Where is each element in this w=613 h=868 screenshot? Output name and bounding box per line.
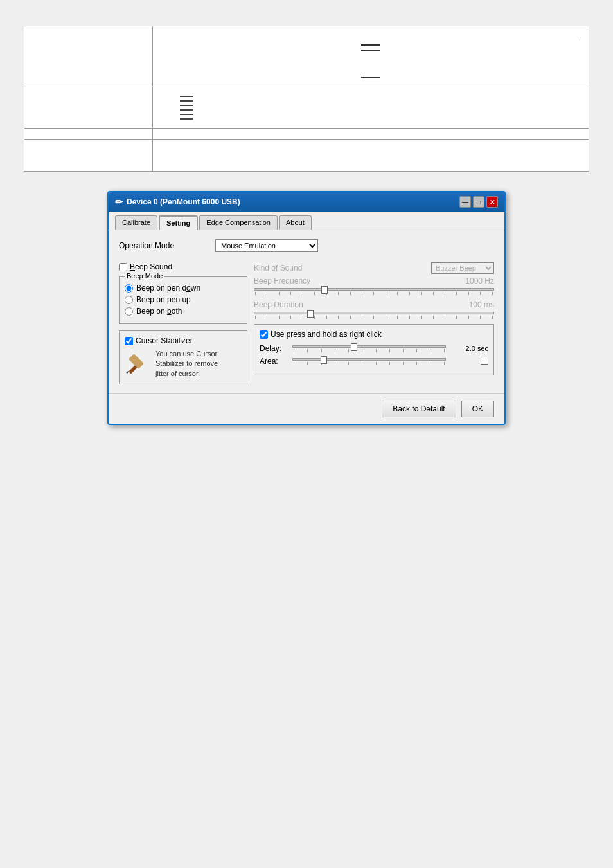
delay-slider-container: [292, 345, 446, 352]
radio-pen-up: Beep on pen up: [125, 295, 242, 304]
radio-pen-both-label: Beep on both: [136, 307, 182, 316]
radio-pen-up-input[interactable]: [125, 296, 133, 304]
beep-sound-checkbox[interactable]: [119, 263, 127, 271]
beep-frequency-slider-track: [254, 288, 494, 291]
delay-ticks: [292, 349, 446, 352]
cursor-stabilizer-section: Cursor Stabilizer You can use CursorStab…: [119, 330, 247, 384]
small-dash-2: [180, 100, 193, 102]
radio-pen-down: Beep on pen down: [125, 284, 242, 293]
beep-duration-slider-track: [254, 312, 494, 314]
area-ticks: [292, 362, 446, 365]
cursor-stabilizer-checkbox[interactable]: [125, 337, 133, 345]
radio-pen-both-input[interactable]: [125, 307, 133, 316]
dialog-title: Device 0 (PenMount 6000 USB): [127, 197, 240, 206]
delay-slider-thumb[interactable]: [351, 343, 357, 351]
cursor-stabilizer-header: Cursor Stabilizer: [125, 336, 242, 345]
small-dash-5: [180, 114, 193, 115]
dialog-tabs: Calibrate Setting Edge Compensation Abou…: [109, 212, 504, 230]
beep-frequency-row: Beep Frequency 1000 Hz: [254, 276, 494, 285]
delay-row: Delay:: [260, 344, 488, 353]
restore-button[interactable]: □: [473, 196, 484, 208]
press-hold-header: Use press and hold as right click: [260, 330, 488, 339]
delay-value: 2.0 sec: [450, 345, 488, 352]
cursor-stabilizer-body: You can use CursorStabilizer to removeji…: [125, 349, 242, 379]
minimize-button[interactable]: —: [459, 196, 471, 208]
beep-frequency-value: 1000 Hz: [465, 276, 494, 285]
dash-3: [361, 77, 380, 78]
pen-title-icon: ✏: [115, 197, 123, 207]
table-left-cell-1: [24, 26, 153, 87]
beep-duration-slider-thumb[interactable]: [307, 310, 314, 318]
beep-mode-group: Beep Mode Beep on pen down Beep on pen u…: [119, 276, 247, 324]
dash-1: [361, 44, 380, 46]
cursor-stabilizer-text: Cursor Stabilizer: [136, 336, 193, 345]
area-slider-track: [292, 358, 446, 361]
area-label: Area:: [260, 357, 289, 366]
right-column: Kind of Sound Buzzer Beep System Sound B…: [254, 262, 494, 384]
small-dash-4: [180, 109, 193, 111]
left-column: Beep Sound Beep Mode Beep on pen down Be…: [119, 262, 247, 384]
area-row: Area:: [260, 357, 488, 366]
two-column-layout: Beep Sound Beep Mode Beep on pen down Be…: [119, 262, 494, 384]
radio-pen-both: Beep on both: [125, 307, 242, 316]
cursor-stabilizer-label[interactable]: Cursor Stabilizer: [125, 336, 193, 345]
table-right-cell-3: [153, 129, 589, 140]
press-hold-checkbox[interactable]: [260, 330, 268, 339]
press-hold-section: Use press and hold as right click Delay:: [254, 324, 494, 375]
ok-button[interactable]: OK: [461, 401, 494, 417]
table-right-cell-4: [153, 140, 589, 172]
close-button[interactable]: ✕: [486, 196, 498, 208]
dash-2: [361, 50, 380, 51]
press-hold-label[interactable]: Use press and hold as right click: [260, 330, 382, 339]
back-to-default-button[interactable]: Back to Default: [382, 401, 456, 417]
beep-duration-ticks: [254, 316, 494, 319]
tab-setting[interactable]: Setting: [159, 215, 198, 230]
beep-frequency-label: Beep Frequency: [254, 276, 465, 285]
delay-slider-track: [292, 345, 446, 348]
kind-of-sound-label: Kind of Sound: [254, 264, 431, 273]
area-square-icon: [481, 357, 488, 365]
operation-mode-label: Operation Mode: [119, 241, 215, 250]
beep-frequency-slider-thumb[interactable]: [321, 286, 328, 294]
kind-of-sound-row: Kind of Sound Buzzer Beep System Sound: [254, 262, 494, 274]
tab-edge-compensation[interactable]: Edge Compensation: [199, 215, 278, 230]
beep-duration-slider-container: [254, 312, 494, 319]
kind-of-sound-select[interactable]: Buzzer Beep System Sound: [431, 262, 494, 274]
area-value: [450, 357, 488, 366]
small-dash-3: [180, 105, 193, 106]
radio-pen-up-label: Beep on pen up: [136, 295, 191, 304]
area-slider-container: [292, 358, 446, 365]
radio-pen-down-input[interactable]: [125, 284, 133, 293]
table-left-cell-2: [24, 87, 153, 129]
table-right-cell-2: [153, 87, 589, 129]
top-table: ,: [24, 26, 589, 172]
tab-about[interactable]: About: [279, 215, 312, 230]
svg-rect-2: [129, 354, 144, 369]
beep-duration-label: Beep Duration: [254, 300, 469, 309]
radio-pen-down-label: Beep on pen down: [136, 284, 200, 293]
title-controls: — □ ✕: [459, 196, 498, 208]
table-right-cell-1: ,: [153, 26, 589, 87]
beep-duration-row: Beep Duration 100 ms: [254, 300, 494, 309]
tab-calibrate[interactable]: Calibrate: [115, 215, 157, 230]
press-hold-text: Use press and hold as right click: [271, 330, 382, 339]
beep-frequency-ticks: [254, 292, 494, 295]
operation-mode-select[interactable]: Mouse Emulation Pen Mode Digitizer: [215, 239, 318, 252]
small-dash-1: [180, 96, 193, 97]
dialog-content: Operation Mode Mouse Emulation Pen Mode …: [109, 230, 504, 393]
area-slider-thumb[interactable]: [321, 356, 327, 364]
table-left-cell-4: [24, 140, 153, 172]
dialog: ✏ Device 0 (PenMount 6000 USB) — □ ✕ Cal…: [107, 191, 506, 425]
beep-sound-label[interactable]: Beep Sound: [119, 262, 172, 271]
dialog-titlebar: ✏ Device 0 (PenMount 6000 USB) — □ ✕: [109, 192, 504, 212]
beep-duration-value: 100 ms: [469, 300, 494, 309]
dialog-wrapper: ✏ Device 0 (PenMount 6000 USB) — □ ✕ Cal…: [13, 191, 600, 425]
cursor-stabilizer-description: You can use CursorStabilizer to removeji…: [155, 349, 218, 379]
title-left: ✏ Device 0 (PenMount 6000 USB): [115, 197, 240, 207]
delay-label: Delay:: [260, 344, 289, 353]
operation-mode-row: Operation Mode Mouse Emulation Pen Mode …: [119, 239, 494, 252]
dialog-footer: Back to Default OK: [109, 393, 504, 424]
beep-sound-text: Beep Sound: [130, 262, 172, 271]
comma-mark: ,: [579, 32, 581, 39]
beep-frequency-slider-container: [254, 288, 494, 295]
